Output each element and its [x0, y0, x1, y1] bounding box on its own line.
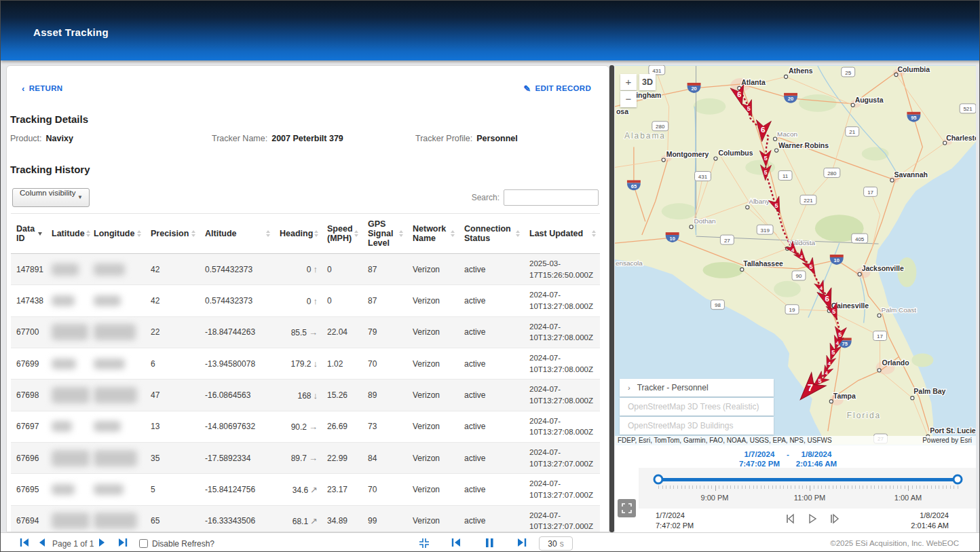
- slider-handle-end[interactable]: [953, 475, 963, 485]
- heading-value: 0: [307, 265, 312, 274]
- cell-network: Verizon: [407, 411, 459, 442]
- tick-label: 1:00 AM: [894, 494, 922, 502]
- table-search: Search:: [472, 189, 599, 206]
- chevron-down-icon: ▼: [77, 189, 83, 206]
- column-label: Last Updated: [529, 229, 583, 238]
- table-row[interactable]: 6769465-16.3334350668.1↗34.8999Verizonac…: [11, 505, 600, 532]
- cell-data-id: 67697: [11, 411, 46, 442]
- column-visibility-button[interactable]: Column visibility▼: [12, 188, 90, 207]
- table-row[interactable]: 147438420.5744323730↑087Verizonactive202…: [11, 285, 600, 316]
- table-row[interactable]: 147891420.5744323730↑087Verizonactive202…: [11, 254, 600, 285]
- column-label: Network Name: [413, 224, 449, 243]
- table-row[interactable]: 6769713-14.8069763290.2→26.6973Verizonac…: [11, 411, 600, 442]
- tick-mark: [700, 485, 700, 489]
- map-attribution: FDEP, Esri, TomTom, Garmin, FAO, NOAA, U…: [615, 436, 976, 445]
- column-header-heading[interactable]: Heading: [274, 214, 322, 254]
- time-slider-track[interactable]: [658, 478, 958, 481]
- heading-value: 68.1: [293, 517, 308, 526]
- search-input[interactable]: [504, 189, 599, 206]
- page-next-button[interactable]: [98, 538, 107, 549]
- mode-3d-button[interactable]: 3D: [639, 74, 656, 90]
- panel-scrollbar[interactable]: [609, 65, 614, 532]
- column-label: Heading: [280, 229, 313, 238]
- city-dot-augusta: [851, 103, 854, 107]
- page-first-button[interactable]: [20, 538, 30, 549]
- city-label-charleston: Charleston: [946, 134, 976, 142]
- sort-up-arrow: [86, 230, 90, 233]
- step-back-button[interactable]: [783, 512, 797, 527]
- cell-altitude: -16.0864563: [200, 380, 274, 411]
- tick-mark: [730, 485, 731, 489]
- app-header: Asset Tracking: [1, 1, 980, 60]
- layer-item-3d-trees[interactable]: OpenStreetMap 3D Trees (Realistic): [620, 398, 774, 416]
- tick-mark: [924, 485, 924, 489]
- cell-status: active: [459, 505, 524, 532]
- route-shield-us-431: 431: [649, 65, 665, 75]
- expand-button[interactable]: [618, 499, 636, 517]
- zoom-in-button[interactable]: +: [620, 74, 637, 90]
- shield-label: 21: [849, 129, 855, 135]
- cell-longitude-redacted: [88, 316, 145, 348]
- column-header-last-updated[interactable]: Last Updated: [524, 214, 600, 254]
- step-forward-button[interactable]: [828, 512, 842, 527]
- table-row[interactable]: 676955-15.8412475634.6↗23.1770Verizonact…: [11, 474, 600, 505]
- sort-down-arrow: [354, 234, 358, 237]
- play-button[interactable]: [806, 512, 819, 527]
- column-header-connection-status[interactable]: Connection Status: [459, 214, 524, 254]
- shield-label: 280: [827, 170, 837, 177]
- tick-mark: [855, 485, 856, 489]
- tick-mark: [795, 485, 795, 489]
- sort-up-arrow: [191, 230, 195, 233]
- column-header-longitude[interactable]: Longitude: [88, 214, 145, 254]
- sort-icon: [592, 230, 596, 237]
- column-header-gps-signal-level[interactable]: GPS Signal Level: [362, 214, 407, 254]
- page-prev-button[interactable]: [37, 538, 45, 549]
- tracking-history-table: Data IDLatitudeLongitudePrecisionAltitud…: [11, 213, 600, 532]
- layer-item-tracker[interactable]: ›Tracker - Personnel: [620, 379, 774, 397]
- tick-mark: [753, 485, 754, 489]
- city-label-tallahassee: Tallahassee: [743, 260, 783, 268]
- disable-refresh-checkbox[interactable]: [139, 539, 148, 548]
- refresh-interval-input[interactable]: 30s: [539, 536, 573, 551]
- edit-record-button[interactable]: ✎EDIT RECORD: [523, 84, 591, 94]
- cell-latitude-redacted: [46, 380, 88, 411]
- cell-latitude-redacted: [46, 505, 88, 532]
- tick-label: 11:00 PM: [794, 494, 825, 502]
- tracker-name-field: Tracker Name:2007 Peterbilt 379: [212, 134, 343, 143]
- collapse-panel-button[interactable]: [419, 538, 430, 551]
- timeline-skip-end-button[interactable]: [516, 538, 527, 549]
- route-shield-us-319: 319: [757, 225, 773, 234]
- table-row[interactable]: 676996-13.94580078179.2↓1.0270Verizonact…: [11, 348, 600, 380]
- expand-icon: [622, 503, 632, 513]
- cell-longitude-redacted: [88, 505, 145, 532]
- redacted-blur: [94, 263, 125, 276]
- city-label-columbus: Columbus: [718, 149, 753, 157]
- column-header-altitude[interactable]: Altitude: [200, 214, 274, 254]
- cell-last-updated: 2024-07-10T13:27:07.000Z: [524, 443, 600, 474]
- heading-value: 34.6: [293, 485, 308, 495]
- slider-handle-start[interactable]: [654, 475, 664, 485]
- table-row[interactable]: 6769635-17.589233489.7→22.9984Verizonact…: [11, 443, 600, 474]
- cell-status: active: [459, 443, 524, 474]
- column-header-speed-mph-[interactable]: Speed (MPH): [322, 214, 362, 254]
- timeline-pause-button[interactable]: [485, 538, 494, 550]
- table-row[interactable]: 6770022-18.8474426385.5→22.0479Verizonac…: [11, 316, 600, 348]
- return-button[interactable]: ‹RETURN: [22, 84, 62, 94]
- shield-label: 90: [796, 273, 802, 279]
- layer-item-3d-buildings[interactable]: OpenStreetMap 3D Buildings: [620, 417, 774, 435]
- column-header-latitude[interactable]: Latitude: [46, 214, 88, 254]
- scrollbar-thumb[interactable]: [609, 65, 614, 532]
- column-header-network-name[interactable]: Network Name: [407, 214, 459, 254]
- page-last-button[interactable]: [117, 538, 128, 549]
- table-row[interactable]: 6769847-16.0864563168↓15.2689Verizonacti…: [11, 380, 600, 411]
- zoom-out-button[interactable]: −: [620, 91, 637, 107]
- column-header-data-id[interactable]: Data ID: [11, 214, 46, 254]
- tick-mark: [840, 485, 841, 489]
- column-header-precision[interactable]: Precision: [145, 214, 200, 254]
- shield-label: 25: [845, 70, 851, 76]
- timeline-skip-start-button[interactable]: [451, 538, 461, 549]
- cell-status: active: [459, 411, 524, 442]
- tick-mark: [719, 485, 719, 489]
- cell-data-id: 67698: [11, 380, 46, 411]
- tick-mark: [810, 485, 810, 491]
